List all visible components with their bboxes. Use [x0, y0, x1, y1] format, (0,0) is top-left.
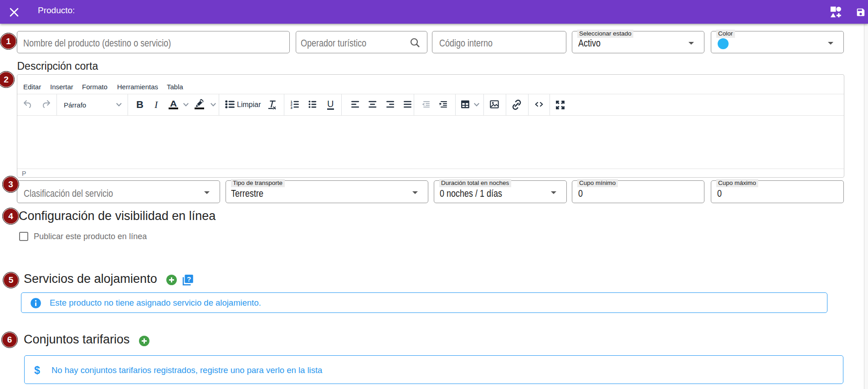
svg-text:?: ? — [187, 275, 191, 283]
svg-text:3: 3 — [291, 106, 293, 110]
